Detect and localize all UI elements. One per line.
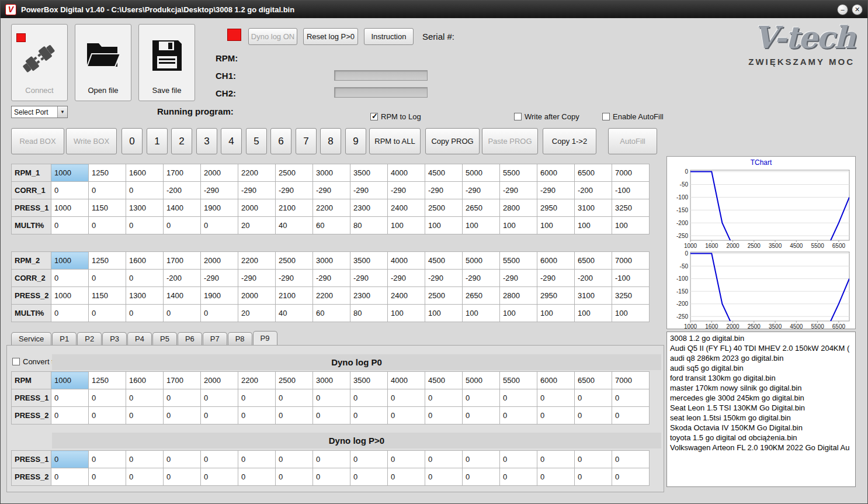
grid-cell[interactable]: 0 (388, 451, 425, 468)
digit-button-6[interactable]: 6 (270, 128, 291, 154)
grid-cell[interactable]: 20 (238, 217, 276, 234)
grid-cell[interactable]: -290 (537, 270, 575, 287)
file-list-item[interactable]: Audi Q5 II (FY FL) 40 TDI MHEV 2.0 150kW… (667, 343, 855, 353)
grid-cell[interactable]: 0 (575, 389, 612, 407)
select-port-dropdown[interactable]: Select Port ▼ (11, 106, 68, 118)
grid-cell[interactable]: 100 (388, 305, 425, 322)
file-list-item[interactable]: seat leon 1.5tsi 150km go digital.bin (667, 413, 855, 423)
grid-cell[interactable]: -290 (350, 270, 388, 287)
grid-cell[interactable]: 4000 (388, 372, 425, 389)
grid-cell[interactable]: 0 (575, 468, 612, 486)
grid-cell[interactable]: 1250 (89, 164, 126, 182)
grid-cell[interactable]: 1000 (51, 164, 89, 182)
grid-cell[interactable]: 0 (238, 389, 276, 407)
grid-cell[interactable]: 1000 (51, 372, 89, 389)
file-list-item[interactable]: audi q8 286km 2023 go digital.bin (667, 353, 855, 363)
grid-cell[interactable]: 5000 (463, 372, 500, 389)
grid-cell[interactable]: 100 (425, 305, 463, 322)
grid-cell[interactable]: -100 (612, 270, 650, 287)
grid-cell[interactable]: 2500 (425, 287, 463, 305)
grid-cell[interactable]: 2500 (276, 252, 313, 270)
grid-cell[interactable]: 40 (276, 305, 313, 322)
grid-cell[interactable]: -290 (276, 182, 313, 199)
grid-cell[interactable]: 1700 (164, 372, 201, 389)
grid-cell[interactable]: 1000 (51, 287, 89, 305)
digit-button-1[interactable]: 1 (147, 128, 168, 154)
grid-cell[interactable]: 2200 (238, 372, 276, 389)
grid-cell[interactable]: 0 (350, 451, 388, 468)
save-file-button[interactable]: Save file (138, 24, 195, 101)
grid-cell[interactable]: -200 (575, 182, 612, 199)
grid-cell[interactable]: 0 (126, 451, 164, 468)
grid-cell[interactable]: 0 (537, 451, 575, 468)
grid-cell[interactable]: 3250 (612, 287, 650, 305)
grid-cell[interactable]: 2650 (463, 287, 500, 305)
grid-cell[interactable]: 60 (313, 305, 350, 322)
grid-cell[interactable]: 100 (537, 217, 575, 234)
grid-cell[interactable]: 0 (537, 389, 575, 407)
grid-cell[interactable]: -290 (388, 270, 425, 287)
file-list-item[interactable]: toyota 1.5 go digital od obciążenia.bin (667, 433, 855, 443)
grid-cell[interactable]: 0 (89, 182, 126, 199)
grid-cell[interactable]: 6000 (537, 372, 575, 389)
grid-cell[interactable]: 4000 (388, 164, 425, 182)
grid-cell[interactable]: 0 (126, 407, 164, 424)
grid-cell[interactable]: 0 (238, 407, 276, 424)
grid-cell[interactable]: 60 (313, 217, 350, 234)
grid-cell[interactable]: 1600 (126, 252, 164, 270)
tab-p5[interactable]: P5 (152, 332, 177, 345)
grid-cell[interactable]: 0 (276, 451, 313, 468)
rpm-to-all-button[interactable]: RPM to ALL (369, 128, 421, 154)
grid-cell[interactable]: 2800 (500, 287, 537, 305)
grid-cell[interactable]: 100 (575, 217, 612, 234)
tab-p6[interactable]: P6 (178, 332, 202, 345)
grid-cell[interactable]: 1600 (126, 164, 164, 182)
grid-cell[interactable]: 1600 (126, 372, 164, 389)
file-list-item[interactable]: Seat Leon 1.5 TSI 130KM Go Digital.bin (667, 403, 855, 413)
grid-cell[interactable]: 0 (164, 468, 201, 486)
grid-cell[interactable]: 2300 (350, 199, 388, 217)
grid-cell[interactable]: 0 (89, 270, 126, 287)
copy-prog-button[interactable]: Copy PROG (425, 128, 480, 154)
grid-cell[interactable]: 4500 (425, 164, 463, 182)
grid-cell[interactable]: -200 (575, 270, 612, 287)
grid-cell[interactable]: 0 (201, 217, 238, 234)
grid-cell[interactable]: -290 (425, 182, 463, 199)
grid-cell[interactable]: 0 (313, 389, 350, 407)
grid-cell[interactable]: 0 (612, 468, 650, 486)
file-list-item[interactable]: master 170km nowy silnik go digital.bin (667, 383, 855, 393)
grid-cell[interactable]: 2100 (276, 287, 313, 305)
grid-cell[interactable]: 100 (575, 305, 612, 322)
grid-cell[interactable]: 5500 (500, 252, 537, 270)
grid-cell[interactable]: 1300 (126, 199, 164, 217)
grid-cell[interactable]: 0 (276, 468, 313, 486)
grid-cell[interactable]: 0 (388, 468, 425, 486)
grid-cell[interactable]: 0 (276, 407, 313, 424)
read-box-button[interactable]: Read BOX (11, 128, 64, 154)
grid-cell[interactable]: 0 (89, 389, 126, 407)
grid-cell[interactable]: 100 (500, 305, 537, 322)
grid-cell[interactable]: 40 (276, 217, 313, 234)
grid-cell[interactable]: 0 (313, 407, 350, 424)
grid-cell[interactable]: 2100 (276, 199, 313, 217)
grid-cell[interactable]: 100 (612, 217, 650, 234)
grid-cell[interactable]: 7000 (612, 252, 650, 270)
grid-cell[interactable]: 7000 (612, 164, 650, 182)
grid-cell[interactable]: -290 (388, 182, 425, 199)
grid-cell[interactable]: 7000 (612, 372, 650, 389)
grid-cell[interactable]: 2000 (201, 164, 238, 182)
digit-button-9[interactable]: 9 (345, 128, 366, 154)
grid-cell[interactable]: 0 (388, 407, 425, 424)
grid-cell[interactable]: 100 (500, 217, 537, 234)
grid-cell[interactable]: 2500 (425, 199, 463, 217)
grid-cell[interactable]: 3100 (575, 287, 612, 305)
grid-cell[interactable]: 2950 (537, 287, 575, 305)
grid-cell[interactable]: 0 (537, 468, 575, 486)
grid-cell[interactable]: 0 (201, 451, 238, 468)
grid-cell[interactable]: 0 (388, 389, 425, 407)
grid-cell[interactable]: 1250 (89, 372, 126, 389)
grid-cell[interactable]: 100 (463, 217, 500, 234)
grid-cell[interactable]: -100 (612, 182, 650, 199)
grid-cell[interactable]: 3250 (612, 199, 650, 217)
grid-cell[interactable]: 0 (51, 389, 89, 407)
